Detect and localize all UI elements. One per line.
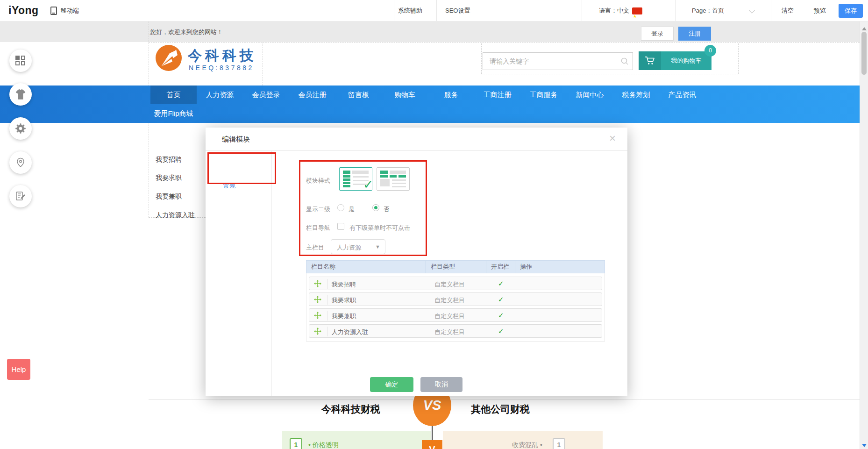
- scroll-down-arrow-icon[interactable]: [862, 444, 867, 447]
- rail-form-button[interactable]: [9, 185, 32, 207]
- table-row[interactable]: 我要兼职 自定义栏目 ✓: [309, 308, 602, 322]
- dialog-tab-column: 常规: [206, 151, 272, 396]
- radio-no-label[interactable]: 否: [384, 205, 390, 214]
- drag-move-icon[interactable]: [314, 328, 321, 335]
- register-button[interactable]: 注册: [678, 27, 711, 41]
- caret-down-icon: ▼: [375, 244, 380, 249]
- nav-item-hr[interactable]: 人力资源: [197, 86, 243, 104]
- comparison-left-title: 今科科技财税: [321, 403, 380, 416]
- column-nav-checkbox-label[interactable]: 有下级菜单时不可点击: [349, 224, 410, 232]
- dialog-title: 编辑模块: [222, 135, 250, 144]
- drag-move-icon[interactable]: [314, 280, 321, 287]
- divider: [327, 295, 327, 305]
- search-input[interactable]: [483, 53, 619, 70]
- confirm-button[interactable]: 确定: [370, 377, 413, 392]
- nav-item-tax-planning[interactable]: 税务筹划: [613, 86, 659, 104]
- show-secondary-label: 显示二级: [306, 205, 330, 214]
- my-cart-button[interactable]: 我的购物车: [639, 51, 711, 70]
- table-row[interactable]: 我要求职 自定义栏目 ✓: [309, 292, 602, 306]
- clear-button[interactable]: 清空: [782, 0, 794, 21]
- rail-modules-button[interactable]: [9, 50, 32, 72]
- table-row[interactable]: 人力资源入驻 自定义栏目 ✓: [309, 324, 602, 338]
- page-scrollbar[interactable]: [860, 21, 868, 449]
- column-nav-checkbox[interactable]: [337, 223, 344, 230]
- nav-item-services[interactable]: 服务: [428, 86, 474, 104]
- nav-item-member-register[interactable]: 会员注册: [289, 86, 335, 104]
- page-selector[interactable]: Page：首页: [692, 0, 724, 21]
- page-menu-item[interactable]: 我要求职: [156, 174, 182, 182]
- nav-item-product-info[interactable]: 产品资讯: [659, 86, 705, 104]
- table-row[interactable]: 我要招聘 自定义栏目 ✓: [309, 277, 602, 290]
- vs-marker: V: [422, 440, 442, 449]
- nav-item-home[interactable]: 首页: [150, 86, 197, 104]
- edit-module-dialog: 编辑模块 × 常规 模块样式 ✓: [206, 128, 627, 396]
- col-header-actions: 操作: [515, 261, 605, 273]
- rail-theme-button[interactable]: [9, 83, 32, 106]
- drag-move-icon[interactable]: [314, 296, 321, 303]
- divider: [582, 0, 582, 21]
- system-help-button[interactable]: 系统辅助: [398, 0, 422, 21]
- chevron-down-icon[interactable]: [750, 7, 754, 14]
- language-selector[interactable]: 语言：中文: [599, 0, 642, 21]
- edit-document-icon: [15, 191, 26, 202]
- tab-general[interactable]: 常规: [223, 182, 235, 190]
- column-nav-label: 栏目导航: [306, 224, 330, 232]
- rail-settings-button[interactable]: [9, 117, 32, 140]
- cancel-button[interactable]: 取消: [420, 377, 462, 392]
- cart-count-badge: 0: [704, 45, 716, 57]
- main-column-value: 人力资源: [337, 243, 361, 252]
- divider: [327, 327, 327, 336]
- nav-item-news-center[interactable]: 新闻中心: [567, 86, 613, 104]
- scroll-up-arrow-icon[interactable]: [862, 27, 867, 30]
- login-button[interactable]: 登录: [641, 27, 674, 41]
- seo-settings-button[interactable]: SEO设置: [445, 0, 470, 21]
- radio-yes[interactable]: [337, 204, 344, 211]
- page-menu-item[interactable]: 人力资源入驻: [156, 211, 195, 220]
- nav-item-cart[interactable]: 购物车: [382, 86, 428, 104]
- nav-item-member-login[interactable]: 会员登录: [243, 86, 289, 104]
- scrollbar-thumb[interactable]: [861, 32, 867, 75]
- preview-button[interactable]: 预览: [814, 0, 826, 21]
- col-header-name: 栏目名称: [306, 261, 426, 273]
- drag-move-icon[interactable]: [314, 312, 321, 319]
- style-option-horizontal[interactable]: [377, 167, 410, 191]
- left-compare-item: • 价格透明: [308, 441, 339, 449]
- editor-guide: [637, 43, 637, 74]
- pin-icon: [15, 157, 26, 168]
- search-icon[interactable]: [620, 57, 629, 65]
- editor-guide: [481, 43, 482, 74]
- dialog-footer: 确定 取消: [206, 374, 627, 396]
- cart-icon-section: [639, 51, 661, 70]
- main-column-label: 主栏目: [306, 243, 324, 252]
- divider: [327, 311, 327, 321]
- radio-no[interactable]: [372, 204, 379, 211]
- divider: [394, 0, 394, 21]
- row-type: 自定义栏目: [434, 312, 465, 321]
- main-column-select[interactable]: 人力资源 ▼: [331, 239, 385, 254]
- table-header-row: 栏目名称 栏目类型 开启栏 操作: [306, 260, 605, 273]
- navbar-row2: 爱用Flip商城: [150, 104, 197, 123]
- divider: [675, 0, 676, 21]
- save-button[interactable]: 保存: [839, 4, 863, 18]
- nav-item-flip-mall[interactable]: 爱用Flip商城: [150, 104, 197, 123]
- row-name: 我要招聘: [332, 280, 356, 289]
- left-rank-badge: 1: [290, 438, 302, 449]
- tshirt-icon: [14, 89, 27, 100]
- style-option-list[interactable]: ✓: [339, 167, 372, 191]
- company-name: 今科科技: [188, 46, 257, 65]
- radio-yes-label[interactable]: 是: [349, 205, 355, 214]
- row-type: 自定义栏目: [434, 296, 465, 305]
- site-search: [483, 52, 633, 70]
- company-neeq-code: NEEQ:837882: [189, 64, 254, 71]
- nav-item-message-board[interactable]: 留言板: [335, 86, 382, 104]
- rail-location-button[interactable]: [9, 151, 32, 174]
- page-menu-item[interactable]: 我要招聘: [156, 156, 182, 164]
- close-icon[interactable]: ×: [609, 133, 616, 144]
- help-button[interactable]: Help: [7, 359, 30, 380]
- site-header: 今科科技 NEEQ:837882 我的购物车 0: [0, 42, 860, 86]
- nav-item-business-register[interactable]: 工商注册: [474, 86, 520, 104]
- mobile-device-icon: [50, 7, 57, 15]
- page-menu-item[interactable]: 我要兼职: [156, 192, 182, 201]
- mobile-view-toggle[interactable]: 移动端: [50, 0, 79, 21]
- nav-item-business-services[interactable]: 工商服务: [520, 86, 567, 104]
